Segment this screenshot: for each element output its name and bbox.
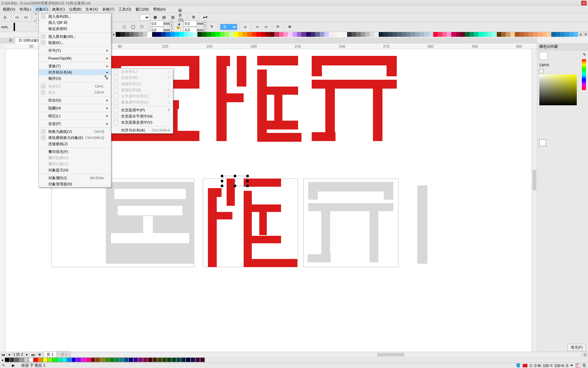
color-swatch[interactable]	[152, 32, 157, 37]
page-next-icon[interactable]: ▸	[25, 352, 30, 357]
color-swatch[interactable]	[352, 32, 356, 37]
color-swatch[interactable]	[315, 32, 320, 37]
menu-table[interactable]: 表格(T)	[100, 6, 116, 13]
color-swatch[interactable]	[38, 357, 43, 362]
page-last-icon[interactable]: ⏭	[30, 353, 37, 357]
color-swatch[interactable]	[67, 357, 71, 362]
color-swatch[interactable]	[48, 357, 52, 362]
lock-icon[interactable]: 🔒	[175, 23, 182, 31]
color-swatch[interactable]	[370, 32, 374, 37]
submenu-item[interactable]: 在页面水平居中(H)	[112, 113, 173, 119]
color-swatch[interactable]	[124, 357, 129, 362]
color-swatch[interactable]	[200, 357, 205, 362]
color-swatch[interactable]	[10, 357, 14, 362]
color-swatch[interactable]	[120, 32, 125, 37]
color-swatch[interactable]	[510, 32, 515, 37]
color-swatch[interactable]	[256, 32, 261, 37]
color-swatch[interactable]	[410, 32, 415, 37]
color-swatch[interactable]	[465, 32, 469, 37]
menu-help[interactable]: 帮助(H)	[151, 6, 168, 13]
color-swatch[interactable]	[374, 32, 379, 37]
scrollbar-horizontal[interactable]	[72, 353, 581, 357]
color-swatch[interactable]	[110, 357, 114, 362]
color-swatch[interactable]	[184, 32, 188, 37]
menu-item[interactable]: 插入条码(B)...	[39, 13, 111, 19]
color-swatch[interactable]	[86, 357, 91, 362]
menu-item[interactable]: 链接(K)...	[39, 40, 111, 46]
color-swatch[interactable]	[420, 32, 424, 37]
page-first-icon[interactable]: ⏮	[0, 353, 7, 357]
color-swatch[interactable]	[365, 32, 370, 37]
color-swatch[interactable]	[515, 32, 519, 37]
palette2-left-arrow[interactable]: ◂	[0, 358, 5, 362]
eyedropper-icon[interactable]: ✎	[583, 52, 586, 57]
color-swatch[interactable]	[147, 32, 152, 37]
color-swatch[interactable]	[129, 357, 133, 362]
color-swatch[interactable]	[114, 357, 119, 362]
color-swatch[interactable]	[95, 357, 100, 362]
submenu-item[interactable]: 在页面居中(P)P	[112, 107, 173, 113]
color-swatch[interactable]	[383, 32, 388, 37]
menu-text[interactable]: 文本(X)	[83, 6, 100, 13]
submenu-item[interactable]: 对齐与分布(A)Ctrl+Shift+A	[112, 127, 173, 133]
color-swatch[interactable]	[195, 357, 200, 362]
color-swatch[interactable]	[29, 357, 33, 362]
color-swatch[interactable]	[133, 357, 138, 362]
color-swatch[interactable]	[43, 357, 48, 362]
rect-icon[interactable]: ▢	[120, 23, 128, 31]
color-swatch[interactable]	[62, 357, 67, 362]
color-swatch[interactable]	[215, 32, 220, 37]
color-swatch[interactable]	[506, 32, 510, 37]
color-none-icon[interactable]	[539, 69, 543, 73]
color-swatch[interactable]	[252, 32, 256, 37]
color-swatch[interactable]	[288, 32, 292, 37]
color-swatch[interactable]	[519, 32, 524, 37]
color-swatch[interactable]	[207, 32, 211, 37]
color-swatch[interactable]	[175, 32, 179, 37]
color-swatch[interactable]	[301, 32, 306, 37]
color-swatch[interactable]	[538, 32, 542, 37]
color-swatch[interactable]	[125, 32, 129, 37]
outline-select[interactable]: 无	[220, 24, 237, 30]
color-swatch[interactable]	[91, 357, 95, 362]
color-swatch[interactable]	[478, 32, 483, 37]
color-swatch[interactable]	[501, 32, 506, 37]
guides-icon[interactable]: ▥	[169, 14, 177, 21]
menu-item[interactable]: 叠印填充(F)	[39, 149, 111, 155]
color-swatch[interactable]	[460, 32, 465, 37]
color-swatch[interactable]	[388, 32, 392, 37]
menu-item[interactable]: 符号(Y)▸	[39, 47, 111, 53]
color-swatch[interactable]	[492, 32, 496, 37]
color-swatch[interactable]	[100, 357, 105, 362]
menu-window[interactable]: 窗口(W)	[133, 6, 151, 13]
color-swatch[interactable]	[438, 32, 442, 37]
color-swatch[interactable]	[524, 32, 528, 37]
color-swatch[interactable]	[172, 357, 176, 362]
zoom-select[interactable]	[140, 14, 150, 20]
color-swatch[interactable]	[166, 32, 170, 37]
color-swatch[interactable]	[176, 357, 181, 362]
color-swatch[interactable]	[76, 357, 81, 362]
color-swatch[interactable]	[119, 357, 124, 362]
menu-layout[interactable]: 布局(L)	[17, 6, 33, 13]
color-swatch[interactable]	[474, 32, 478, 37]
color-swatch[interactable]	[52, 357, 57, 362]
menu-item[interactable]: 对齐和分布(A)▸	[39, 69, 111, 75]
color-swatch[interactable]	[238, 32, 243, 37]
menu-item[interactable]: 造形(P)▸	[39, 121, 111, 127]
color-swatch[interactable]	[574, 32, 578, 37]
front-icon[interactable]: ▱	[254, 23, 261, 31]
nav-square-icon[interactable]: ◻	[582, 352, 588, 357]
color-swatch[interactable]	[24, 357, 29, 362]
color-swatch[interactable]	[143, 357, 148, 362]
color-swatch[interactable]	[442, 32, 447, 37]
color-swatch[interactable]	[138, 32, 143, 37]
color-swatch[interactable]	[134, 32, 138, 37]
launch-icon[interactable]: ▸▾	[202, 14, 209, 21]
color-swatch[interactable]	[188, 32, 193, 37]
gear-icon[interactable]: ⚙	[190, 14, 197, 21]
color-swatch[interactable]	[379, 32, 383, 37]
color-swatch[interactable]	[356, 32, 360, 37]
color-swatch[interactable]	[556, 32, 560, 37]
color-swatch[interactable]	[347, 32, 352, 37]
